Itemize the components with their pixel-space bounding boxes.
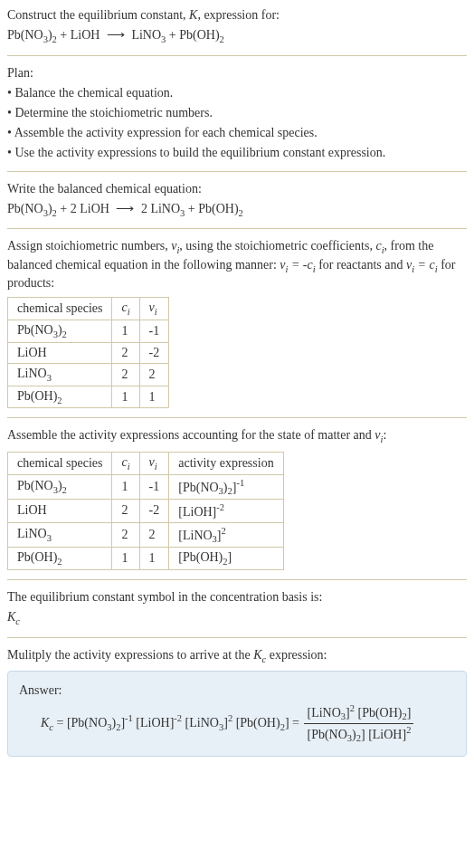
plan-bullet-1: • Balance the chemical equation. <box>7 85 467 101</box>
cell-ci: 2 <box>112 522 139 547</box>
cell-vi: -2 <box>139 500 169 523</box>
cell-ci: 1 <box>112 548 139 570</box>
cell-ci: 1 <box>112 320 139 343</box>
table-row: LiNO3 2 2 <box>8 363 169 386</box>
answer-expression: Kc = [Pb(NO3)2]-1 [LiOH]-2 [LiNO3]2 [Pb(… <box>19 702 455 745</box>
activity-heading: Assemble the activity expressions accoun… <box>7 427 467 445</box>
fraction: [LiNO3]2 [Pb(OH)2] [Pb(NO3)2] [LiOH]2 <box>304 702 413 745</box>
symbol-line: The equilibrium constant symbol in the c… <box>7 589 467 606</box>
stoich-table: chemical species ci νi Pb(NO3)2 1 -1 LiO… <box>7 297 169 408</box>
cell-ci: 2 <box>112 500 139 523</box>
cell-vi: 1 <box>139 386 169 408</box>
cell-species: Pb(NO3)2 <box>8 474 112 499</box>
K: K <box>189 8 197 22</box>
arrow-icon: ⟶ <box>112 202 137 215</box>
species-lino3: LiNO3 <box>150 202 185 215</box>
col-ci: ci <box>112 452 139 474</box>
unbalanced-equation: Pb(NO3)2 + LiOH ⟶ LiNO3 + Pb(OH)2 <box>7 27 467 45</box>
balance-heading: Write the balanced chemical equation: <box>7 181 467 197</box>
plan-heading: Plan: <box>7 65 467 81</box>
stoich-intro: Assign stoichiometric numbers, νi, using… <box>7 238 467 291</box>
species-pbno32: Pb(NO3)2 <box>7 28 57 42</box>
cell-activity: [LiOH]-2 <box>169 500 283 523</box>
cell-species: Pb(NO3)2 <box>8 320 112 343</box>
Kc-symbol: Kc <box>7 609 467 627</box>
coef-r2: 2 <box>71 202 77 215</box>
cell-vi: -1 <box>139 320 169 343</box>
col-vi: νi <box>139 298 169 320</box>
activity-table: chemical species ci νi activity expressi… <box>7 452 284 570</box>
c-i: ci <box>375 239 384 253</box>
table-row: Pb(OH)2 1 1 [Pb(OH)2] <box>8 548 284 570</box>
cell-species: Pb(OH)2 <box>8 386 112 408</box>
cell-vi: -1 <box>139 474 169 499</box>
cell-species: LiNO3 <box>8 363 112 386</box>
cell-species: LiNO3 <box>8 522 112 547</box>
plan-bullet-4: • Use the activity expressions to build … <box>7 145 467 161</box>
col-species: chemical species <box>8 452 112 474</box>
divider <box>7 579 467 580</box>
table-row: Pb(NO3)2 1 -1 [Pb(NO3)2]-1 <box>8 474 284 499</box>
divider <box>7 171 467 172</box>
table-row: LiOH 2 -2 <box>8 342 169 363</box>
species-pboh2: Pb(OH)2 <box>179 28 224 42</box>
table-row: Pb(NO3)2 1 -1 <box>8 320 169 343</box>
cell-ci: 1 <box>112 386 139 408</box>
arrow-icon: ⟶ <box>103 28 128 42</box>
cell-vi: 2 <box>139 522 169 547</box>
cell-vi: 2 <box>139 363 169 386</box>
plan-bullet-3: • Assemble the activity expression for e… <box>7 125 467 141</box>
divider <box>7 637 467 638</box>
plan-bullet-2: • Determine the stoichiometric numbers. <box>7 105 467 121</box>
table-row: Pb(OH)2 1 1 <box>8 386 169 408</box>
col-ci: ci <box>112 298 139 320</box>
cell-vi: -2 <box>139 342 169 363</box>
cell-ci: 1 <box>112 474 139 499</box>
multiply-line: Mulitply the activity expressions to arr… <box>7 647 467 665</box>
cell-activity: [LiNO3]2 <box>169 522 283 547</box>
cell-ci: 2 <box>112 342 139 363</box>
cell-ci: 2 <box>112 363 139 386</box>
species-pbno32: Pb(NO3)2 <box>7 202 57 215</box>
divider <box>7 55 467 56</box>
table-header-row: chemical species ci νi <box>8 298 169 320</box>
cell-species: Pb(OH)2 <box>8 548 112 570</box>
species-pboh2: Pb(OH)2 <box>198 202 243 215</box>
col-vi: νi <box>139 452 169 474</box>
table-header-row: chemical species ci νi activity expressi… <box>8 452 284 474</box>
species-lioh: LiOH <box>71 28 100 42</box>
species-lioh: LiOH <box>80 202 109 215</box>
species-lino3: LiNO3 <box>131 28 166 42</box>
nu-i: νi <box>171 239 179 253</box>
divider <box>7 417 467 418</box>
cell-species: LiOH <box>8 500 112 523</box>
answer-box: Answer: Kc = [Pb(NO3)2]-1 [LiOH]-2 [LiNO… <box>7 671 467 757</box>
col-activity: activity expression <box>169 452 283 474</box>
table-row: LiNO3 2 2 [LiNO3]2 <box>8 522 284 547</box>
cell-vi: 1 <box>139 548 169 570</box>
cell-activity: [Pb(OH)2] <box>169 548 283 570</box>
prompt-text-b: , expression for: <box>197 8 280 22</box>
prompt: Construct the equilibrium constant, K, e… <box>7 7 467 24</box>
prompt-text-a: Construct the equilibrium constant, <box>7 8 189 22</box>
coef-p1: 2 <box>141 202 147 215</box>
balanced-equation: Pb(NO3)2 + 2 LiOH ⟶ 2 LiNO3 + Pb(OH)2 <box>7 201 467 219</box>
cell-activity: [Pb(NO3)2]-1 <box>169 474 283 499</box>
table-row: LiOH 2 -2 [LiOH]-2 <box>8 500 284 523</box>
cell-species: LiOH <box>8 342 112 363</box>
answer-label: Answer: <box>19 682 455 699</box>
divider <box>7 228 467 229</box>
col-species: chemical species <box>8 298 112 320</box>
